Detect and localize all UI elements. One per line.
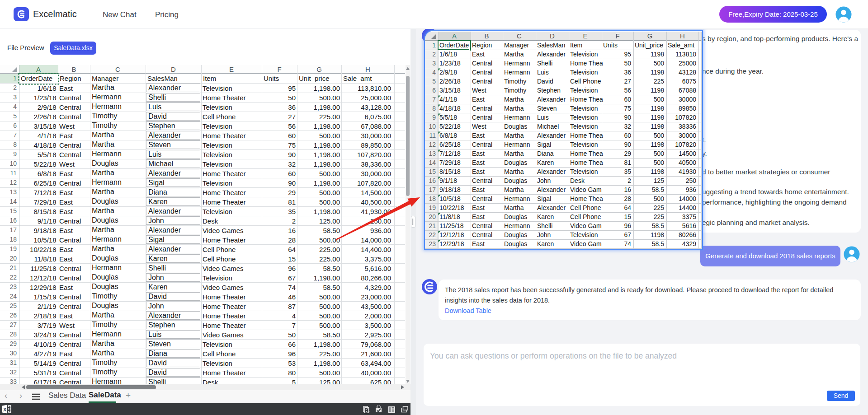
svg-text:X: X	[3, 407, 7, 412]
